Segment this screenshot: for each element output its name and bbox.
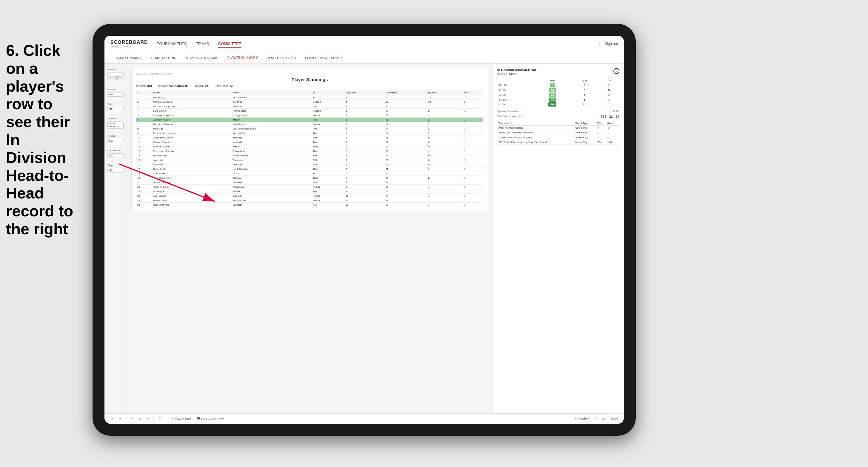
table-row[interactable]: 2 Michael La Sasso Ole Miss Second 1 19 … [136, 100, 483, 104]
cell-reg-rank: 1 [344, 95, 384, 100]
cell-reg-rank: 4 [344, 171, 384, 176]
tourney-pos: 2 [596, 135, 606, 140]
table-row[interactable]: 11 Gordon Sargent Vanderbilt Third 4 21 … [136, 140, 483, 145]
cell-rank: 7 [136, 122, 152, 127]
cell-rank: 23 [136, 194, 152, 198]
cell-school: North Florida [231, 122, 312, 127]
cell-yr: Second [312, 108, 344, 113]
table-row[interactable]: 23 Jack Lundin Missouri Fourth 11 24 1 1 [136, 194, 483, 198]
save-custom-button[interactable]: 💾 Save Custom View [195, 416, 225, 421]
table-row[interactable]: 8 Mats Ege East Tennessee State Fifth 1 … [136, 127, 483, 131]
copy-button[interactable]: ⧉ [137, 416, 142, 421]
table-row[interactable]: 15 Jake Hall Tennessee Fifth 5 25 0 1 [136, 158, 483, 162]
cell-win: 1 [463, 145, 483, 149]
sub-nav-player-h2h-heatmap[interactable]: PLAYER H2H HEATMAP [301, 52, 346, 63]
table-row[interactable]: 19 Tiger Christensen Arizona Third 8 23 … [136, 176, 483, 180]
cell-win: 1 [463, 122, 483, 127]
nav-link-committee[interactable]: COMMITTEE [218, 40, 242, 48]
cell-school: Florida [231, 189, 312, 194]
table-row[interactable]: 24 Bastien Amat New Mexico Fourth 1 27 2… [136, 198, 483, 203]
cell-win: 1 [463, 131, 483, 135]
region-value[interactable]: N/A [107, 139, 124, 143]
close-h2h-button[interactable]: ✕ [613, 68, 619, 74]
cell-yr: N/A [312, 104, 344, 108]
cell-conf-rank: 23 [384, 153, 427, 158]
cell-no-rds: 2 [427, 198, 463, 203]
table-row[interactable]: 12 Brendan Valdes Auburn Third 4 27 0 1 [136, 145, 483, 149]
table-row[interactable]: 25 Cole Sherwood Vanderbilt N/A 12 23 1 … [136, 203, 483, 207]
cell-school: Auburn [231, 118, 312, 122]
table-row[interactable]: 5 Christo Lamprecht Georgia Tech Fourth … [136, 113, 483, 118]
h2h-win: 8 [534, 83, 570, 88]
cell-reg-rank: 11 [344, 194, 384, 198]
cell-yr: Fourth [312, 194, 344, 198]
col-win: Win [463, 90, 483, 95]
table-row[interactable]: 3 Michael Thorbjornsen Stanford N/A 1 8 … [136, 104, 483, 108]
scissors-button[interactable]: ✂ [129, 416, 134, 421]
cell-yr: Fifth [312, 158, 344, 162]
table-row[interactable]: 9 Preston Summerhays Arizona State Third… [136, 131, 483, 135]
table-row[interactable]: 21 Taehoon Song Washington Fourth 6 23 1… [136, 185, 483, 189]
cell-yr: Third [312, 167, 344, 171]
clock-icon: 🕐 [157, 416, 163, 421]
division-label: Division [107, 117, 124, 120]
table-row[interactable]: 18 Luke Powell UCLA First 4 24 1 1 [136, 171, 483, 176]
table-row[interactable]: 4 Luke Claton Florida State Second 1 27 … [136, 108, 483, 113]
cell-conf-rank: 25 [384, 158, 427, 162]
undo-button[interactable]: ↩ [109, 416, 114, 421]
toolbar-sep-1 [126, 416, 126, 421]
cell-no-rds: 2 [427, 180, 463, 185]
logo-scoreboard: SCOREBOARD [111, 40, 148, 45]
view-original-button[interactable]: 👁 View: Original [169, 416, 192, 421]
table-row[interactable]: 1 Wenyi Ding Arizona State First 1 1 14 … [136, 95, 483, 100]
grid-button[interactable]: ⊞ [601, 416, 606, 421]
h2h-loss: 9 [570, 88, 598, 93]
table-row[interactable]: 14 Maxwell Ford North Carolina Third 8 2… [136, 153, 483, 158]
sign-out-link[interactable]: Sign out [605, 42, 618, 46]
cell-reg-rank: 4 [344, 140, 384, 145]
table-row[interactable]: 22 Ian Gilligan Florida Third 10 24 1 1 [136, 189, 483, 194]
table-row[interactable]: 13 Phichaksn Maichon Texas A&M Third 6 3… [136, 149, 483, 153]
no-rds-range[interactable] [107, 78, 124, 79]
nav-link-teams[interactable]: TEAMS [196, 40, 209, 48]
no-rds-value: 6 [107, 72, 124, 77]
cell-yr: Fourth [312, 113, 344, 118]
year-value[interactable]: (All) [107, 107, 124, 111]
redo-button[interactable]: ↪ [117, 416, 123, 421]
toolbar-sep-2 [153, 416, 154, 421]
cell-rank: 13 [136, 149, 152, 153]
sub-nav-player-h2h-grid[interactable]: PLAYER H2H GRID [262, 52, 301, 63]
h2h-table: Win Loss Tie Top 10 8 3 2 11-25 20 9 5 2… [497, 79, 619, 107]
cell-win: 1 [463, 135, 483, 140]
share-button[interactable]: Share [609, 416, 619, 421]
table-row[interactable]: 7 Nicholas Gabrelcik North Florida Fourt… [136, 122, 483, 127]
nav-link-tournaments[interactable]: TOURNAMENTS [157, 40, 187, 48]
cell-yr: Fourth [312, 122, 344, 127]
table-row[interactable]: 6 Jackson Koivun Auburn First 1 21 2 1 [136, 118, 483, 122]
table-row[interactable]: 20 Matthew Riedel Vanderbilt Fifth 8 23 … [136, 180, 483, 185]
cell-school: Missouri [231, 194, 312, 198]
division-value[interactable]: NCAA Division I [107, 121, 124, 129]
sub-nav-player-summary[interactable]: PLAYER SUMMARY [223, 52, 262, 63]
table-row[interactable]: 16 Alex Goff Kentucky Fifth 8 19 0 1 [136, 162, 483, 167]
cell-player: Luke Claton [152, 108, 231, 113]
cell-player: Jackson Koivun [152, 118, 231, 122]
refresh-button[interactable]: ↻ [145, 416, 150, 421]
table-row[interactable]: 17 David Ford North Carolina Third 6 21 … [136, 167, 483, 171]
h2h-win: 578 [534, 102, 570, 107]
cell-yr: Third [312, 131, 344, 135]
tablet-screen: SCOREBOARD Powered by clippi TOURNAMENTS… [104, 36, 624, 424]
cell-no-rds: 1 [427, 167, 463, 171]
sub-nav-team-h2h-heatmap[interactable]: TEAM H2H HEATMAP [181, 52, 223, 63]
tournament-row: Fallen Oak Collegiate Invitational Strok… [497, 130, 619, 135]
table-row[interactable]: 10 Jacob Mou-Olesen Arkansas Fifth 3 25 … [136, 135, 483, 140]
sub-nav-team-h2h-grid[interactable]: TEAM H2H GRID [146, 52, 181, 63]
sub-nav-team-summary[interactable]: TEAM SUMMARY [111, 52, 146, 63]
cell-win: 1 [463, 162, 483, 167]
watch-button[interactable]: 👁 Watch ▾ [573, 416, 590, 421]
cell-school: Washington [231, 185, 312, 189]
export-button[interactable]: ⬆ [592, 416, 598, 421]
cell-reg-rank: 3 [344, 135, 384, 140]
player-value[interactable]: (All) [107, 168, 124, 173]
conference-value[interactable]: (All) [107, 153, 124, 158]
